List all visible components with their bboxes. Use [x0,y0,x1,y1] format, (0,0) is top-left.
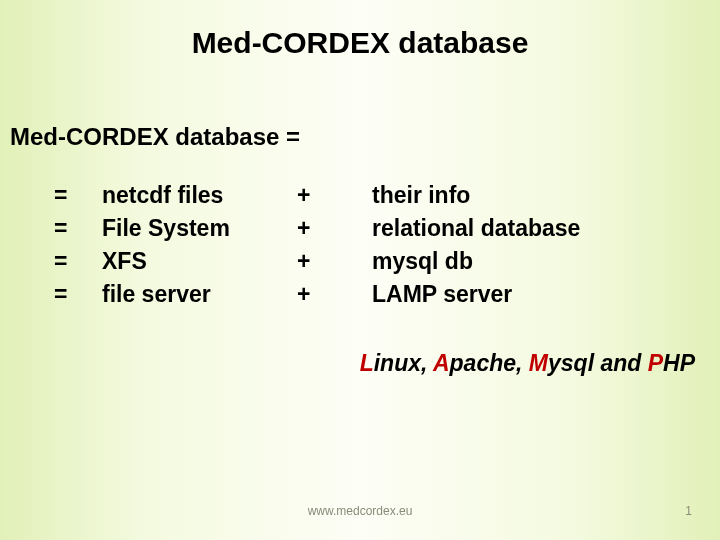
right-term: relational database [372,215,580,242]
text-ysql: ysql and [548,350,648,376]
accent-p: P [648,350,663,376]
eq-sign: = [54,248,102,275]
right-term: LAMP server [372,281,580,308]
slide-subtitle: Med-CORDEX database = [10,123,300,151]
slide: Med-CORDEX database Med-CORDEX database … [0,0,720,540]
plus-sign: + [297,281,372,308]
left-term: netcdf files [102,182,297,209]
right-term: their info [372,182,580,209]
lamp-acronym: Linux, Apache, Mysql and PHP [0,350,695,377]
accent-m: M [529,350,548,376]
left-term: File System [102,215,297,242]
right-term: mysql db [372,248,580,275]
text-pache: pache, [450,350,529,376]
definition-table: = netcdf files + their info = File Syste… [54,182,580,308]
footer-url: www.medcordex.eu [0,504,720,518]
accent-a: A [433,350,450,376]
plus-sign: + [297,215,372,242]
text-hp: HP [663,350,695,376]
plus-sign: + [297,248,372,275]
accent-l: L [360,350,374,376]
eq-sign: = [54,182,102,209]
eq-sign: = [54,215,102,242]
left-term: XFS [102,248,297,275]
page-number: 1 [685,504,692,518]
plus-sign: + [297,182,372,209]
left-term: file server [102,281,297,308]
eq-sign: = [54,281,102,308]
text-inux: inux, [374,350,433,376]
slide-title: Med-CORDEX database [0,26,720,60]
